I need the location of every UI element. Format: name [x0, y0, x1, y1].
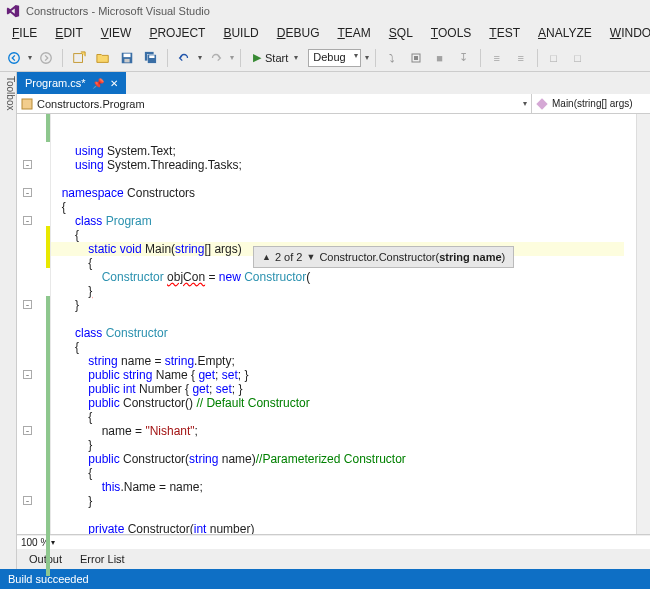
nav-bar: Constructors.Program ▾ Main(string[] arg… [17, 94, 650, 114]
menu-build[interactable]: BUILD [215, 24, 266, 42]
menu-edit[interactable]: EDIT [47, 24, 90, 42]
redo-button[interactable] [206, 48, 226, 68]
process-icon[interactable] [406, 48, 426, 68]
config-dropdown[interactable]: Debug [308, 49, 360, 67]
indent-out-button[interactable]: ≡ [487, 48, 507, 68]
outline-toggle[interactable]: - [23, 300, 32, 309]
vs-logo-icon [6, 4, 20, 18]
menu-window[interactable]: WINDOW [602, 24, 650, 42]
svg-rect-5 [124, 58, 129, 62]
zoom-dropdown[interactable]: 100 %▾ [17, 535, 650, 549]
document-tabstrip: Program.cs* 📌 ✕ [17, 72, 650, 94]
svg-point-1 [41, 52, 52, 63]
tb-btn-a[interactable]: ■ [430, 48, 450, 68]
code-editor[interactable]: using System.Text; using System.Threadin… [51, 114, 636, 534]
editor-gutter: ------- [17, 114, 51, 534]
document-tab-program[interactable]: Program.cs* 📌 ✕ [17, 72, 126, 94]
svg-point-0 [9, 52, 20, 63]
bottom-tool-tabs: OutputError List [17, 549, 650, 569]
svg-rect-10 [414, 56, 418, 60]
tb-btn-b[interactable]: ↧ [454, 48, 474, 68]
menu-analyze[interactable]: ANALYZE [530, 24, 600, 42]
menu-debug[interactable]: DEBUG [269, 24, 328, 42]
comment-button[interactable]: □ [544, 48, 564, 68]
outline-toggle[interactable]: - [23, 496, 32, 505]
sig-next-icon[interactable]: ▼ [306, 250, 315, 264]
window-title: Constructors - Microsoft Visual Studio [26, 5, 210, 17]
outline-toggle[interactable]: - [23, 426, 32, 435]
class-icon [21, 98, 33, 110]
nav-fwd-button[interactable] [36, 48, 56, 68]
new-project-button[interactable] [69, 48, 89, 68]
menu-project[interactable]: PROJECT [141, 24, 213, 42]
nav-member-dropdown[interactable]: Main(string[] args) [532, 94, 650, 113]
save-all-button[interactable] [141, 48, 161, 68]
tab-label: Program.cs* [25, 77, 86, 89]
save-button[interactable] [117, 48, 137, 68]
menu-file[interactable]: FILE [4, 24, 45, 42]
menu-test[interactable]: TEST [481, 24, 528, 42]
open-button[interactable] [93, 48, 113, 68]
menubar: FILEEDITVIEWPROJECTBUILDDEBUGTEAMSQLTOOL… [0, 22, 650, 44]
svg-rect-4 [124, 53, 131, 57]
step-button-1[interactable]: ⤵ [382, 48, 402, 68]
menu-team[interactable]: TEAM [329, 24, 378, 42]
toolbox-panel-tab[interactable]: Toolbox [0, 72, 17, 569]
titlebar: Constructors - Microsoft Visual Studio [0, 0, 650, 22]
svg-rect-8 [149, 55, 154, 58]
method-icon [536, 98, 548, 110]
sig-prev-icon[interactable]: ▲ [262, 250, 271, 264]
vertical-scrollbar[interactable] [636, 114, 650, 534]
menu-view[interactable]: VIEW [93, 24, 140, 42]
toolbar: ▾ ▾ ▾ ▶Start▾ Debug ▾ ⤵ ■ ↧ ≡ ≡ □ □ [0, 44, 650, 72]
svg-rect-2 [74, 53, 83, 62]
uncomment-button[interactable]: □ [568, 48, 588, 68]
signature-help-tooltip: ▲ 2 of 2 ▼ Constructor.Constructor(strin… [253, 246, 514, 268]
bottom-tab-error-list[interactable]: Error List [72, 551, 133, 567]
nav-class-dropdown[interactable]: Constructors.Program ▾ [17, 94, 532, 113]
close-icon[interactable]: ✕ [110, 78, 118, 89]
outline-toggle[interactable]: - [23, 188, 32, 197]
svg-rect-12 [536, 98, 547, 109]
status-bar: Build succeeded [0, 569, 650, 589]
svg-rect-11 [22, 99, 32, 109]
pin-icon[interactable]: 📌 [92, 78, 104, 89]
outline-toggle[interactable]: - [23, 370, 32, 379]
menu-tools[interactable]: TOOLS [423, 24, 479, 42]
indent-in-button[interactable]: ≡ [511, 48, 531, 68]
menu-sql[interactable]: SQL [381, 24, 421, 42]
outline-toggle[interactable]: - [23, 160, 32, 169]
outline-toggle[interactable]: - [23, 216, 32, 225]
undo-button[interactable] [174, 48, 194, 68]
start-debug-button[interactable]: ▶Start▾ [247, 50, 304, 65]
nav-back-button[interactable] [4, 48, 24, 68]
